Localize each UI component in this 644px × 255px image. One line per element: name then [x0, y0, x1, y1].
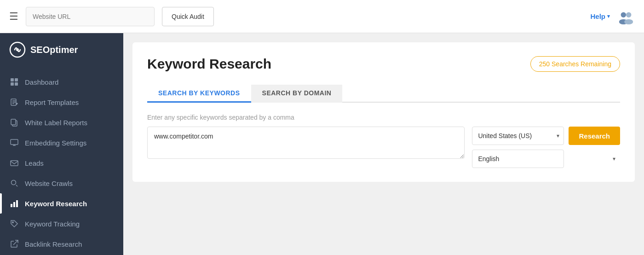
file-edit-icon [10, 98, 18, 106]
tab-search-by-keywords[interactable]: SEARCH BY KEYWORDS [147, 85, 251, 103]
sidebar-item-dashboard[interactable]: Dashboard [0, 72, 123, 92]
user-avatar-icon[interactable] [617, 8, 635, 25]
form-hint: Enter any specific keywords separated by… [147, 114, 620, 121]
language-select-wrapper: English Spanish French German ▾ [472, 150, 620, 168]
svg-rect-9 [15, 82, 18, 86]
svg-rect-12 [11, 119, 16, 125]
sidebar-item-label: Report Templates [25, 99, 79, 106]
quick-audit-button[interactable]: Quick Audit [162, 7, 214, 26]
svg-rect-8 [11, 82, 14, 86]
sidebar-item-keyword-research[interactable]: Keyword Research [0, 193, 123, 214]
sidebar-item-backlink-research[interactable]: Backlink Research [0, 234, 123, 254]
sidebar-item-label: Keyword Tracking [25, 220, 80, 228]
page-title-row: Keyword Research 250 Searches Remaining [147, 56, 620, 72]
hamburger-icon[interactable]: ☰ [9, 12, 18, 22]
layout: SEOptimer Dashboard Report Templates Whi… [0, 33, 644, 255]
tab-search-by-domain[interactable]: SEARCH BY DOMAIN [251, 85, 343, 103]
header-right: Help ▾ [590, 8, 635, 25]
sidebar-item-label: Website Crawls [25, 180, 73, 187]
svg-point-19 [12, 222, 13, 223]
grid-icon [10, 78, 18, 86]
page-title: Keyword Research [147, 56, 271, 72]
keywords-textarea[interactable] [147, 127, 465, 159]
website-url-input[interactable] [26, 7, 155, 26]
svg-point-2 [626, 12, 631, 17]
textarea-wrapper [147, 127, 465, 161]
svg-point-5 [16, 48, 19, 51]
language-select[interactable]: English Spanish French German [472, 150, 564, 168]
content-card: Keyword Research 250 Searches Remaining … [132, 42, 635, 182]
sidebar-item-label: Backlink Research [25, 240, 82, 248]
svg-rect-14 [11, 161, 18, 166]
logo-text: SEOptimer [30, 45, 78, 55]
sidebar: SEOptimer Dashboard Report Templates Whi… [0, 33, 123, 255]
svg-point-15 [12, 180, 16, 185]
country-select-wrapper: United States (US) United Kingdom (GB) C… [472, 127, 564, 145]
help-chevron-icon: ▾ [607, 13, 610, 19]
search-tabs: SEARCH BY KEYWORDS SEARCH BY DOMAIN [147, 85, 620, 103]
copy-icon [10, 118, 18, 127]
sidebar-item-label: White Label Reports [25, 119, 87, 127]
svg-rect-13 [11, 139, 18, 145]
svg-rect-17 [13, 202, 15, 207]
searches-remaining-badge: 250 Searches Remaining [530, 56, 620, 72]
svg-rect-18 [16, 200, 18, 207]
sidebar-logo: SEOptimer [0, 33, 123, 66]
research-row: United States (US) United Kingdom (GB) C… [472, 127, 620, 145]
sidebar-item-label: Keyword Research [25, 200, 87, 208]
tag-icon [10, 220, 18, 228]
seoptimer-logo-icon [9, 41, 26, 58]
sidebar-item-embedding-settings[interactable]: Embedding Settings [0, 133, 123, 153]
mail-icon [10, 159, 18, 167]
help-button[interactable]: Help ▾ [590, 12, 610, 20]
language-chevron-icon: ▾ [613, 156, 615, 162]
research-button[interactable]: Research [569, 127, 620, 145]
country-select[interactable]: United States (US) United Kingdom (GB) C… [472, 127, 564, 145]
search-icon [10, 179, 18, 187]
help-label: Help [590, 12, 605, 20]
svg-rect-6 [11, 78, 14, 81]
header-left: ☰ Quick Audit [9, 7, 583, 26]
sidebar-item-keyword-tracking[interactable]: Keyword Tracking [0, 214, 123, 234]
bar-chart-icon [10, 199, 18, 208]
sidebar-navigation: Dashboard Report Templates White Label R… [0, 66, 123, 255]
search-row: United States (US) United Kingdom (GB) C… [147, 127, 620, 168]
controls-column: United States (US) United Kingdom (GB) C… [472, 127, 620, 168]
svg-point-0 [621, 12, 626, 17]
sidebar-item-label: Embedding Settings [25, 139, 86, 147]
sidebar-item-label: Dashboard [25, 78, 58, 86]
external-link-icon [10, 240, 18, 248]
sidebar-item-label: Leads [25, 159, 44, 167]
sidebar-item-white-label-reports[interactable]: White Label Reports [0, 112, 123, 133]
header: ☰ Quick Audit Help ▾ [0, 0, 644, 33]
sidebar-item-leads[interactable]: Leads [0, 153, 123, 173]
sidebar-item-report-templates[interactable]: Report Templates [0, 92, 123, 112]
svg-rect-7 [15, 78, 18, 81]
svg-point-3 [624, 19, 633, 24]
svg-rect-16 [11, 204, 12, 207]
main-content: Keyword Research 250 Searches Remaining … [123, 33, 644, 255]
monitor-icon [10, 139, 18, 147]
sidebar-item-website-crawls[interactable]: Website Crawls [0, 173, 123, 193]
